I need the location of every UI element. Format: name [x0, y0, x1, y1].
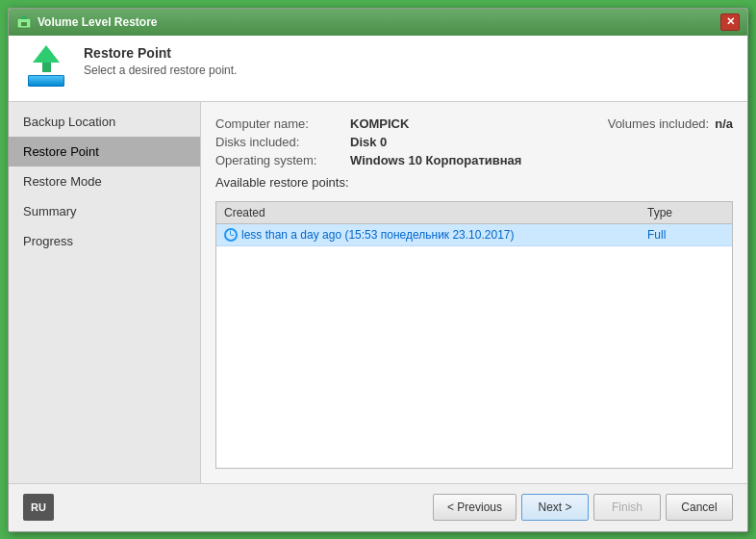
header-icon	[23, 45, 69, 91]
computer-value: KOMPICK	[350, 116, 409, 131]
restore-clock-icon	[224, 228, 238, 242]
footer-left: RU	[23, 494, 54, 521]
title-bar-left: Volume Level Restore	[16, 14, 158, 30]
footer-buttons: < Previous Next > Finish Cancel	[433, 494, 733, 521]
finish-button[interactable]: Finish	[593, 494, 661, 521]
arrow-stem	[42, 63, 51, 72]
sidebar-item-progress[interactable]: Progress	[9, 226, 200, 256]
main-window: Volume Level Restore ✕ Restore Point Sel…	[8, 8, 748, 532]
arrow-up-icon	[33, 45, 60, 63]
restore-table: Created Type less than a day ago (15:53 …	[215, 201, 733, 469]
sidebar: Backup Location Restore Point Restore Mo…	[9, 102, 201, 483]
header-title: Restore Point	[84, 45, 237, 61]
content-area: Computer name: KOMPICK Disks included: D…	[201, 102, 747, 483]
language-button[interactable]: RU	[23, 494, 54, 521]
header-subtitle: Select a desired restore point.	[84, 64, 237, 77]
sidebar-item-summary[interactable]: Summary	[9, 196, 200, 226]
window-title: Volume Level Restore	[38, 15, 158, 29]
drive-icon	[28, 75, 64, 87]
sidebar-item-restore-mode[interactable]: Restore Mode	[9, 167, 200, 196]
available-label: Available restore points:	[215, 175, 733, 190]
volumes-label: Volumes included:	[608, 116, 710, 131]
cancel-button[interactable]: Cancel	[666, 494, 733, 521]
sidebar-item-backup-location[interactable]: Backup Location	[9, 107, 200, 137]
next-button[interactable]: Next >	[521, 494, 589, 521]
disks-row: Disks included: Disk 0	[215, 135, 521, 149]
info-top-row: Computer name: KOMPICK Disks included: D…	[215, 116, 733, 171]
footer: RU < Previous Next > Finish Cancel	[9, 483, 747, 531]
disks-label: Disks included:	[215, 135, 350, 149]
restore-type: Full	[647, 228, 724, 242]
os-value: Windows 10 Корпоративная	[350, 153, 521, 167]
computer-label: Computer name:	[215, 116, 350, 131]
col-type-header: Type	[647, 206, 724, 219]
previous-button[interactable]: < Previous	[433, 494, 517, 521]
table-header: Created Type	[216, 202, 732, 224]
os-row: Operating system: Windows 10 Корпоративн…	[215, 153, 521, 167]
info-right: Volumes included: n/a	[608, 116, 733, 171]
window-icon	[16, 14, 32, 30]
restore-created: less than a day ago (15:53 понедельник 2…	[241, 228, 647, 242]
header-text: Restore Point Select a desired restore p…	[84, 45, 237, 77]
computer-row: Computer name: KOMPICK	[215, 116, 521, 131]
title-bar: Volume Level Restore ✕	[9, 9, 747, 36]
table-row[interactable]: less than a day ago (15:53 понедельник 2…	[216, 224, 732, 246]
sidebar-item-restore-point[interactable]: Restore Point	[9, 137, 200, 167]
os-label: Operating system:	[215, 153, 350, 167]
info-left: Computer name: KOMPICK Disks included: D…	[215, 116, 521, 171]
col-created-header: Created	[224, 206, 647, 219]
volumes-value: n/a	[715, 116, 733, 131]
disks-value: Disk 0	[350, 135, 387, 149]
svg-marker-1	[20, 15, 28, 19]
main-area: Backup Location Restore Point Restore Mo…	[9, 102, 747, 483]
close-button[interactable]: ✕	[720, 13, 740, 31]
svg-rect-2	[21, 22, 27, 26]
header-area: Restore Point Select a desired restore p…	[9, 36, 747, 102]
